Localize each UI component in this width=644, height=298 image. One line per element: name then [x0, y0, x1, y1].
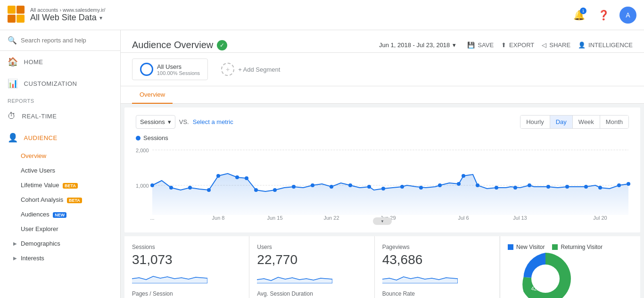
svg-point-27 — [462, 174, 465, 178]
sidebar: 🔍 🏠 HOME 📊 CUSTOMIZATION Reports ⏱ REAL-… — [0, 30, 121, 298]
sidebar-group-demographics[interactable]: ▶ Demographics — [0, 236, 120, 251]
date-range-picker[interactable]: Jun 1, 2018 - Jul 23, 2018 ▾ — [379, 41, 456, 49]
select-metric-link[interactable]: Select a metric — [193, 118, 233, 125]
svg-point-26 — [457, 182, 461, 186]
save-label: SAVE — [478, 41, 494, 49]
pie-legend-new-visitor: New Visitor — [508, 244, 545, 250]
audiences-badge: NEW — [53, 212, 66, 218]
legend-label-sessions: Sessions — [143, 134, 168, 141]
pie-chart-area: New Visitor Returning Visitor 42.5% — [500, 236, 640, 298]
svg-text:Jun 22: Jun 22 — [323, 215, 339, 221]
tab-overview[interactable]: Overview — [132, 86, 173, 104]
pie-legend: New Visitor Returning Visitor — [508, 244, 633, 250]
sidebar-item-customization[interactable]: 📊 CUSTOMIZATION — [0, 73, 120, 94]
svg-rect-3 — [17, 15, 25, 23]
realtime-icon: ⏱ — [8, 111, 17, 121]
svg-text:Jun 15: Jun 15 — [267, 215, 282, 221]
site-name[interactable]: All Web Site Data ▾ — [30, 13, 570, 23]
sidebar-subitem-active-users[interactable]: Active Users — [0, 163, 120, 178]
site-dropdown-arrow[interactable]: ▾ — [99, 15, 102, 21]
lifetime-value-label: Lifetime Value — [21, 182, 59, 189]
users-label: Users — [257, 244, 366, 250]
intelligence-button[interactable]: 👤 INTELLIGENCE — [578, 38, 633, 52]
date-dropdown-arrow: ▾ — [453, 41, 456, 49]
sidebar-subitem-cohort-analysis[interactable]: Cohort Analysis BETA — [0, 192, 120, 207]
svg-text:...: ... — [150, 215, 154, 221]
svg-point-9 — [169, 186, 173, 190]
layout: 🔍 🏠 HOME 📊 CUSTOMIZATION Reports ⏱ REAL-… — [0, 30, 644, 298]
main-actions: 💾 SAVE ⬆ EXPORT ◁ SHARE 👤 INTELLIGENCE — [467, 38, 633, 52]
svg-text:2,000: 2,000 — [136, 148, 149, 153]
sessions-chart: 2,000 1,000 — [136, 145, 631, 221]
pageviews-label: Pageviews — [382, 244, 492, 250]
sidebar-subitem-overview[interactable]: Overview — [0, 149, 120, 163]
chart-legend: Sessions — [136, 134, 629, 141]
export-label: EXPORT — [509, 41, 534, 49]
save-button[interactable]: 💾 SAVE — [467, 38, 494, 52]
time-btn-hourly[interactable]: Hourly — [520, 116, 550, 128]
stat-pageviews: Pageviews 43,686 Bounce Rate — [374, 236, 499, 298]
sidebar-subitem-audiences[interactable]: Audiences NEW — [0, 207, 120, 222]
stats-section: Sessions 31,073 Pages / Session Users 22… — [124, 236, 499, 298]
svg-point-15 — [254, 188, 258, 192]
svg-point-47 — [531, 265, 560, 293]
export-button[interactable]: ⬆ EXPORT — [501, 38, 534, 52]
metric-select[interactable]: Sessions ▾ — [136, 115, 175, 129]
sidebar-item-audience[interactable]: 👤 AUDIENCE — [0, 127, 120, 149]
topbar-title-area: All accounts › www.salesdemy.ir/ All Web… — [30, 7, 570, 23]
breadcrumb[interactable]: All accounts › www.salesdemy.ir/ — [30, 7, 570, 13]
add-segment-button[interactable]: + + Add Segment — [214, 59, 288, 80]
svg-point-21 — [367, 185, 371, 189]
add-segment-circle: + — [221, 63, 234, 76]
svg-point-10 — [188, 186, 192, 190]
sessions-sparkline — [132, 269, 207, 283]
share-button[interactable]: ◁ SHARE — [542, 38, 570, 52]
pages-session-label: Pages / Session — [132, 290, 241, 297]
page-title: Audience Overview — [132, 40, 213, 50]
customization-label: CUSTOMIZATION — [24, 80, 77, 87]
pageviews-sparkline — [382, 269, 458, 283]
svg-point-25 — [438, 183, 442, 187]
avatar[interactable]: A — [619, 7, 636, 24]
share-label: SHARE — [549, 41, 570, 49]
svg-text:1,000: 1,000 — [136, 183, 149, 189]
svg-rect-1 — [17, 6, 25, 14]
segment-pct: 100.00% Sessions — [157, 70, 200, 76]
segment-all-users[interactable]: All Users 100.00% Sessions — [132, 58, 208, 80]
sidebar-subitem-user-explorer[interactable]: User Explorer — [0, 222, 120, 236]
notifications-button[interactable]: 🔔 1 — [570, 7, 587, 24]
metric-dropdown-arrow: ▾ — [168, 118, 171, 125]
sidebar-item-realtime[interactable]: ⏱ REAL-TIME — [0, 106, 120, 127]
segment-circle — [140, 63, 153, 76]
svg-point-17 — [292, 185, 296, 189]
time-btn-week[interactable]: Week — [573, 116, 600, 128]
chart-controls: Sessions ▾ VS. Select a metric Hourly Da… — [136, 115, 629, 129]
active-users-label: Active Users — [21, 167, 55, 174]
sidebar-item-home[interactable]: 🏠 HOME — [0, 51, 120, 73]
help-button[interactable]: ❓ — [595, 7, 612, 24]
time-btn-month[interactable]: Month — [600, 116, 628, 128]
svg-text:Jun 8: Jun 8 — [212, 215, 225, 221]
svg-text:Jul 20: Jul 20 — [593, 215, 607, 221]
stats-and-pie: Sessions 31,073 Pages / Session Users 22… — [124, 236, 640, 298]
legend-dot-sessions — [136, 136, 140, 141]
verified-icon: ✓ — [217, 40, 227, 50]
reports-section-label: Reports — [0, 94, 120, 106]
stat-sessions: Sessions 31,073 Pages / Session — [124, 236, 249, 298]
sidebar-subitem-lifetime-value[interactable]: Lifetime Value BETA — [0, 178, 120, 192]
search-input[interactable] — [21, 37, 113, 44]
notification-badge: 1 — [580, 8, 586, 14]
svg-point-11 — [207, 188, 211, 192]
svg-text:Jul 6: Jul 6 — [458, 215, 469, 221]
user-explorer-label: User Explorer — [21, 225, 58, 232]
date-range-label: Jun 1, 2018 - Jul 23, 2018 — [379, 41, 450, 49]
share-icon: ◁ — [542, 41, 546, 49]
svg-point-31 — [528, 183, 531, 187]
main-header: Audience Overview ✓ Jun 1, 2018 - Jul 23… — [121, 30, 644, 53]
cohort-analysis-badge: BETA — [67, 198, 82, 203]
sidebar-group-interests[interactable]: ▶ Interests — [0, 251, 120, 265]
chart-scroll-handle[interactable]: ▼ — [373, 217, 392, 225]
audiences-label: Audiences — [21, 211, 50, 218]
time-btn-day[interactable]: Day — [550, 116, 573, 128]
search-icon: 🔍 — [8, 36, 17, 45]
